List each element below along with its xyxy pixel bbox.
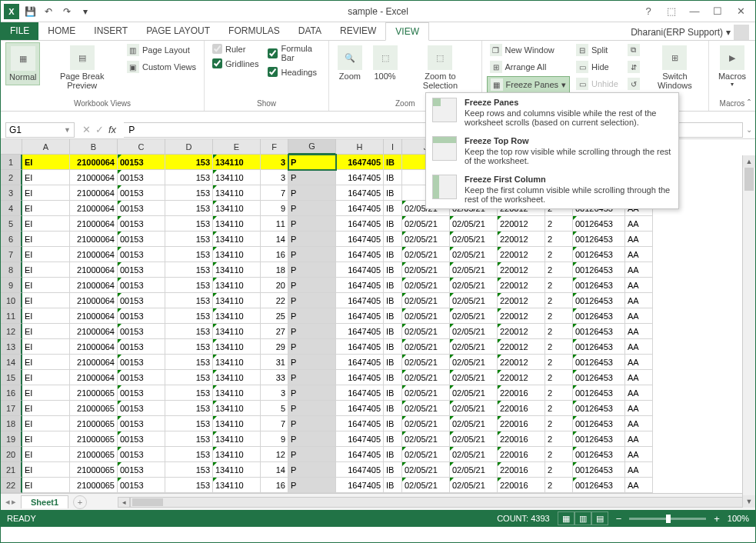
cell[interactable]: P <box>288 293 336 308</box>
row-header[interactable]: 16 <box>1 385 22 401</box>
cell[interactable]: EI <box>22 262 70 278</box>
cell[interactable]: 00126453 <box>573 355 625 370</box>
cell[interactable]: 00153 <box>118 462 165 478</box>
cell[interactable]: 00153 <box>118 416 165 431</box>
cell[interactable]: 220016 <box>498 462 545 478</box>
cell[interactable]: 02/05/21 <box>450 262 498 278</box>
cell[interactable]: EI <box>22 324 70 339</box>
cell[interactable]: IB <box>384 185 402 201</box>
vscroll-thumb[interactable] <box>744 168 754 191</box>
cell[interactable]: 14 <box>261 462 288 478</box>
cell[interactable]: P <box>288 185 336 201</box>
cell[interactable]: 02/05/21 <box>450 478 498 493</box>
cell[interactable]: 1647405 <box>336 308 384 324</box>
zoom-in-icon[interactable]: + <box>714 513 720 525</box>
zoom-slider[interactable] <box>629 518 706 520</box>
tab-home[interactable]: HOME <box>38 22 85 40</box>
cell[interactable]: 1647405 <box>336 216 384 232</box>
row-header[interactable]: 18 <box>1 416 22 431</box>
cell[interactable]: 134110 <box>213 385 261 401</box>
cell[interactable]: 02/05/21 <box>450 462 498 478</box>
cell[interactable]: 02/05/21 <box>450 370 498 385</box>
macros-button[interactable]: ▶Macros▾ <box>714 42 751 91</box>
cell[interactable]: IB <box>384 385 402 401</box>
cell[interactable]: 153 <box>165 185 213 201</box>
row-header[interactable]: 21 <box>1 462 22 478</box>
cell[interactable]: 153 <box>165 155 213 170</box>
cell[interactable]: 1647405 <box>336 355 384 370</box>
cell[interactable]: 00153 <box>118 201 165 216</box>
cell[interactable]: IB <box>384 262 402 278</box>
cell[interactable]: IB <box>384 293 402 308</box>
row-header[interactable]: 7 <box>1 247 22 262</box>
cell[interactable]: AA <box>625 247 653 262</box>
cell[interactable]: 02/05/21 <box>402 278 450 293</box>
cell[interactable]: 2 <box>545 462 573 478</box>
freeze-panes-item[interactable]: Freeze PanesKeep rows and columns visibl… <box>426 93 678 132</box>
cell[interactable]: 220016 <box>498 431 545 447</box>
cell[interactable]: 02/05/21 <box>402 447 450 462</box>
cell[interactable]: 220012 <box>498 370 545 385</box>
cell[interactable]: 134110 <box>213 262 261 278</box>
row-header[interactable]: 20 <box>1 447 22 462</box>
cell[interactable]: 00126453 <box>573 293 625 308</box>
add-sheet-button[interactable]: + <box>73 495 87 509</box>
scroll-down-icon[interactable]: ▼ <box>743 495 755 508</box>
cell[interactable]: 2 <box>545 247 573 262</box>
cell[interactable]: 20 <box>261 278 288 293</box>
cell[interactable]: 00153 <box>118 308 165 324</box>
cell[interactable]: P <box>288 370 336 385</box>
cell[interactable]: 21000064 <box>70 278 118 293</box>
cell[interactable]: 1647405 <box>336 170 384 185</box>
cell[interactable]: 153 <box>165 416 213 431</box>
cell[interactable]: 21000064 <box>70 155 118 170</box>
new-window-button[interactable]: ❐New Window <box>487 42 570 58</box>
cell[interactable]: EI <box>22 339 70 355</box>
row-header[interactable]: 5 <box>1 216 22 232</box>
collapse-ribbon-icon[interactable]: ˆ <box>748 98 751 109</box>
reset-window-button[interactable]: ↺ <box>624 76 643 92</box>
row-header[interactable]: 14 <box>1 355 22 370</box>
tab-view[interactable]: VIEW <box>385 22 429 41</box>
cell[interactable]: 02/05/21 <box>402 370 450 385</box>
cell[interactable]: 134110 <box>213 324 261 339</box>
cell[interactable]: 153 <box>165 339 213 355</box>
cell[interactable]: 00126453 <box>573 216 625 232</box>
cell[interactable]: EI <box>22 385 70 401</box>
vertical-scrollbar[interactable]: ▲ ▼ <box>742 155 755 508</box>
cell[interactable]: 134110 <box>213 216 261 232</box>
cell[interactable]: 00153 <box>118 385 165 401</box>
cell[interactable]: 3 <box>261 385 288 401</box>
cell[interactable]: 9 <box>261 431 288 447</box>
cell[interactable]: 21000064 <box>70 355 118 370</box>
cell[interactable]: 1647405 <box>336 385 384 401</box>
normal-view-icon[interactable]: ▦ <box>558 511 574 525</box>
cell[interactable]: P <box>288 262 336 278</box>
cell[interactable]: 2 <box>545 308 573 324</box>
cell[interactable]: 22 <box>261 293 288 308</box>
close-icon[interactable]: ✕ <box>732 4 749 19</box>
cell[interactable]: 153 <box>165 370 213 385</box>
cell[interactable]: 153 <box>165 247 213 262</box>
cell[interactable]: 220016 <box>498 478 545 493</box>
name-box[interactable]: G1▼ <box>5 122 75 138</box>
cell[interactable]: 1647405 <box>336 201 384 216</box>
undo-icon[interactable]: ↶ <box>41 4 56 19</box>
cell[interactable]: 14 <box>261 232 288 247</box>
cell[interactable]: 00126453 <box>573 324 625 339</box>
cell[interactable]: 02/05/21 <box>450 447 498 462</box>
cell[interactable]: 220012 <box>498 355 545 370</box>
cell[interactable]: IB <box>384 462 402 478</box>
switch-windows-button[interactable]: ⊞Switch Windows▾ <box>646 42 704 100</box>
row-header[interactable]: 6 <box>1 232 22 247</box>
cell[interactable]: 02/05/21 <box>450 339 498 355</box>
save-icon[interactable]: 💾 <box>22 4 38 19</box>
cell[interactable]: 2 <box>545 339 573 355</box>
cell[interactable]: 16 <box>261 478 288 493</box>
cell[interactable]: 21000064 <box>70 232 118 247</box>
cell[interactable]: 00153 <box>118 370 165 385</box>
cell[interactable]: P <box>288 324 336 339</box>
cell[interactable]: 00153 <box>118 478 165 493</box>
cell[interactable]: 21000064 <box>70 370 118 385</box>
cell[interactable]: 02/05/21 <box>402 478 450 493</box>
